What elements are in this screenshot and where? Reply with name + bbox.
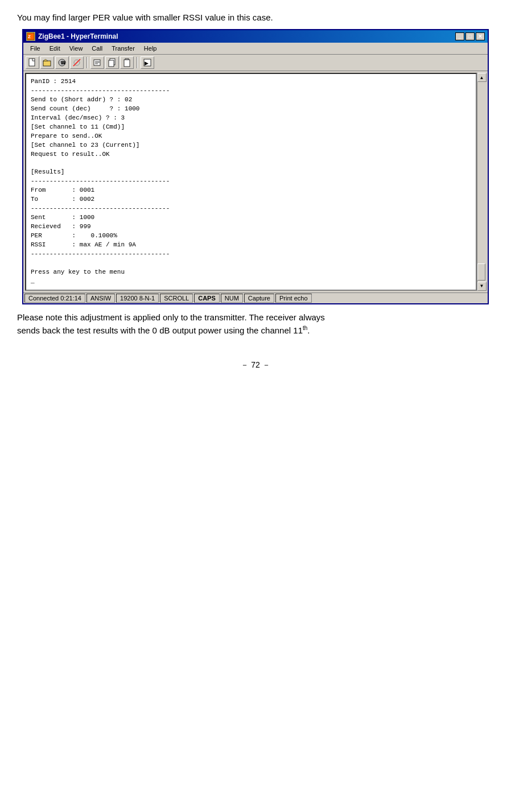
- terminal-cursor: _: [31, 277, 471, 286]
- terminal-line-3: Send to (Short addr) ? : 02: [31, 96, 471, 105]
- note-paragraph: Please note this adjustment is applied o…: [17, 311, 494, 337]
- status-encoding: ANSIW: [86, 294, 115, 303]
- svg-text:▶: ▶: [145, 60, 149, 66]
- status-scroll: SCROLL: [160, 294, 193, 303]
- window-title: ZigBee1 - HyperTerminal: [38, 32, 118, 40]
- content-area: PanID : 2514 ---------------------------…: [23, 71, 488, 292]
- terminal-line-18: PER : 0.1000%: [31, 232, 471, 241]
- scroll-thumb[interactable]: [477, 263, 485, 281]
- menu-transfer[interactable]: Transfer: [107, 44, 139, 53]
- svg-text:☎: ☎: [60, 60, 66, 65]
- terminal-line-20: -------------------------------------: [31, 250, 471, 259]
- svg-text:Z: Z: [28, 34, 31, 39]
- paste-button[interactable]: [120, 56, 134, 69]
- window-controls[interactable]: _ □ ✕: [455, 32, 485, 40]
- note-line-1: Please note this adjustment is applied o…: [17, 312, 325, 322]
- restore-button[interactable]: □: [465, 32, 475, 40]
- svg-rect-2: [29, 59, 35, 66]
- terminal-line-6: [Set channel to 11 (Cmd)]: [31, 123, 471, 132]
- scroll-track[interactable]: [477, 82, 487, 282]
- close-button[interactable]: ✕: [476, 32, 485, 40]
- dial-button[interactable]: ☎: [55, 56, 69, 69]
- svg-line-7: [73, 59, 80, 66]
- terminal-output[interactable]: PanID : 2514 ---------------------------…: [25, 73, 477, 291]
- status-print-echo: Print echo: [275, 294, 312, 303]
- terminal-line-2: -------------------------------------: [31, 86, 471, 96]
- terminal-line-16: Sent : 1000: [31, 213, 471, 222]
- svg-rect-14: [109, 60, 114, 67]
- note-line-2: sends back the test results with the 0 d…: [17, 325, 303, 335]
- terminal-line-8: [Set channel to 23 (Current)]: [31, 141, 471, 150]
- terminal-line-5: Interval (dec/msec) ? : 3: [31, 114, 471, 123]
- note-superscript: th: [303, 325, 307, 331]
- terminal-line-1: PanID : 2514: [31, 77, 471, 86]
- terminal-line-13: From : 0001: [31, 186, 471, 195]
- terminal-line-22: Press any key to the menu: [31, 268, 471, 277]
- toolbar: ☎ ▶: [23, 55, 488, 71]
- status-capture: Capture: [244, 294, 274, 303]
- toolbar-separator-2: [137, 57, 138, 68]
- open-button[interactable]: [40, 56, 54, 69]
- status-connected: Connected 0:21:14: [24, 294, 85, 303]
- minimize-button[interactable]: _: [455, 32, 464, 40]
- new-button[interactable]: [26, 56, 39, 69]
- status-caps: CAPS: [194, 294, 220, 303]
- page-number: － 72 －: [17, 360, 494, 370]
- scrollbar[interactable]: ▲ ▼: [477, 73, 486, 291]
- terminal-line-21: [31, 259, 471, 268]
- terminal-line-17: Recieved : 999: [31, 222, 471, 232]
- menu-edit[interactable]: Edit: [45, 44, 65, 53]
- scroll-up-button[interactable]: ▲: [477, 73, 487, 82]
- titlebar: Z ZigBee1 - HyperTerminal _ □ ✕: [23, 30, 488, 43]
- status-baud: 19200 8-N-1: [116, 294, 159, 303]
- toolbar-separator-1: [86, 57, 88, 68]
- svg-marker-4: [43, 59, 48, 61]
- terminal-line-15: -------------------------------------: [31, 204, 471, 213]
- terminal-line-7: Prepare to send..OK: [31, 132, 471, 141]
- menu-help[interactable]: Help: [139, 44, 162, 53]
- app-icon: Z: [26, 32, 35, 41]
- svg-rect-16: [124, 60, 130, 67]
- menubar: File Edit View Call Transfer Help: [23, 43, 488, 55]
- menu-call[interactable]: Call: [87, 44, 107, 53]
- statusbar: Connected 0:21:14 ANSIW 19200 8-N-1 SCRO…: [23, 292, 488, 303]
- terminal-line-11: [Results]: [31, 168, 471, 177]
- menu-file[interactable]: File: [26, 44, 45, 53]
- disconnect-button[interactable]: [70, 56, 84, 69]
- terminal-line-14: To : 0002: [31, 195, 471, 204]
- status-num: NUM: [221, 294, 243, 303]
- hyperterminal-window: Z ZigBee1 - HyperTerminal _ □ ✕ File Edi…: [22, 29, 489, 304]
- copy-button[interactable]: [105, 56, 119, 69]
- menu-view[interactable]: View: [65, 44, 88, 53]
- terminal-line-10: [31, 159, 471, 168]
- terminal-line-19: RSSI : max AE / min 9A: [31, 241, 471, 250]
- properties-button[interactable]: [90, 56, 104, 69]
- titlebar-left: Z ZigBee1 - HyperTerminal: [26, 32, 118, 41]
- terminal-line-9: Request to result..OK: [31, 150, 471, 159]
- send-button[interactable]: ▶: [141, 56, 154, 69]
- terminal-line-4: Send count (dec) ? : 1000: [31, 105, 471, 114]
- terminal-line-12: -------------------------------------: [31, 177, 471, 186]
- intro-paragraph: You may find larger PER value with small…: [17, 11, 494, 23]
- scroll-down-button[interactable]: ▼: [477, 282, 487, 291]
- svg-rect-3: [43, 61, 51, 66]
